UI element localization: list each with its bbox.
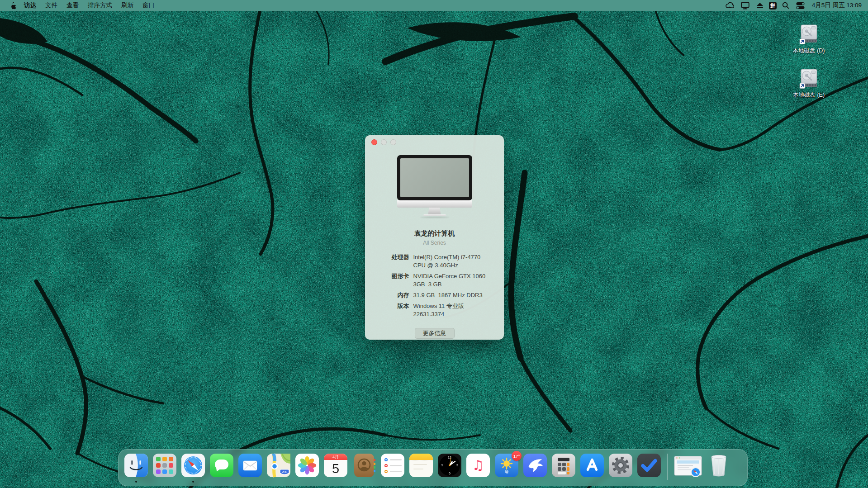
dock-separator: [667, 454, 668, 480]
cloud-icon[interactable]: [724, 0, 735, 11]
window-controls: [371, 139, 396, 145]
todo-check-icon: [637, 454, 661, 477]
close-button[interactable]: [371, 139, 377, 145]
menu-view[interactable]: 查看: [62, 0, 83, 11]
eject-icon[interactable]: [755, 0, 765, 11]
menubar-clock[interactable]: 4月5日 周五 13:09: [810, 1, 862, 9]
spec-row-version: 版本 Windows 11 专业版 22631.3374: [373, 302, 496, 318]
dock-clock[interactable]: 12 3 6 9: [438, 454, 461, 477]
thunder-bird-icon: [523, 454, 547, 477]
more-info-button[interactable]: 更多信息: [415, 328, 455, 339]
menu-bar-left: 访达 文件 查看 排序方式 刷新 窗口: [0, 0, 159, 11]
desktop-shortcut-disk-e[interactable]: 本地磁盘 (E): [783, 68, 835, 99]
calendar-day: 5: [324, 460, 347, 477]
dock-safari[interactable]: [181, 454, 205, 477]
route-shield: 280: [280, 469, 289, 474]
dock-calendar[interactable]: 4月 5: [324, 454, 347, 477]
input-method-badge[interactable]: 拼: [769, 2, 777, 9]
dock-messages[interactable]: [210, 454, 233, 477]
dock-reminders[interactable]: [381, 454, 404, 477]
dock-settings[interactable]: [609, 454, 632, 477]
safari-badge-icon: [691, 467, 701, 477]
contacts-icon: [352, 454, 376, 477]
dock-trash[interactable]: [708, 454, 730, 477]
search-icon[interactable]: [781, 0, 791, 11]
launchpad-icon: [153, 454, 176, 477]
notes-icon: [409, 454, 433, 477]
svg-text:280: 280: [282, 470, 287, 474]
calendar-icon: 4月 5: [324, 454, 347, 477]
spec-value: NVIDIA GeForce GTX 1060 3GB 3 GB: [413, 272, 493, 289]
safari-icon: [181, 454, 205, 477]
dock-maps[interactable]: 280: [267, 454, 290, 477]
shortcut-arrow-overlay: [800, 39, 805, 44]
clock-icon: 12 3 6 9: [438, 454, 461, 477]
menu-refresh[interactable]: 刷新: [117, 0, 138, 11]
menu-sort[interactable]: 排序方式: [83, 0, 117, 11]
spec-row-graphics: 图形卡 NVIDIA GeForce GTX 1060 3GB 3 GB: [373, 272, 496, 289]
dock-minimized-safari-window[interactable]: [674, 455, 703, 479]
spec-label: 版本: [373, 302, 409, 318]
minimized-window-thumbnail: [674, 455, 703, 479]
weather-condition: 晴: [495, 469, 518, 475]
spec-list: 处理器 Intel(R) Core(TM) i7-4770 CPU @ 3.40…: [373, 253, 496, 318]
weather-icon: 晴 17°: [495, 454, 518, 477]
imac-illustration: [397, 155, 472, 218]
settings-gear-icon: [609, 454, 632, 477]
dock-app-store[interactable]: [580, 454, 604, 477]
dock-launchpad[interactable]: [153, 454, 176, 477]
menu-bar: 访达 文件 查看 排序方式 刷新 窗口 拼: [0, 0, 868, 11]
dock-contacts[interactable]: [352, 454, 376, 477]
menu-file[interactable]: 文件: [41, 0, 62, 11]
apple-menu-icon[interactable]: [6, 1, 19, 9]
spec-value: Windows 11 专业版 22631.3374: [413, 302, 493, 318]
dock-finder[interactable]: [124, 454, 148, 477]
spec-row-memory: 内存 31.9 GB 1867 MHz DDR3: [373, 291, 496, 299]
hard-disk-icon: [799, 24, 818, 45]
dock-weather[interactable]: 晴 17°: [495, 454, 518, 477]
photos-icon: [295, 454, 319, 477]
shortcut-label: 本地磁盘 (D): [793, 47, 825, 55]
dock-thunder[interactable]: [523, 454, 547, 477]
calendar-month: 4月: [324, 454, 347, 460]
running-indicator: [135, 481, 137, 483]
calculator-icon: [552, 454, 575, 477]
running-indicator: [192, 481, 194, 483]
menu-finder[interactable]: 访达: [19, 0, 41, 11]
spec-value: 31.9 GB 1867 MHz DDR3: [413, 291, 493, 299]
model-series: All Series: [365, 240, 504, 246]
messages-icon: [210, 454, 233, 477]
minimize-button[interactable]: [381, 139, 387, 145]
weather-badge: 17°: [512, 451, 522, 461]
desktop-shortcut-disk-d[interactable]: 本地磁盘 (D): [783, 24, 835, 55]
about-dialog: 袁龙的计算机 All Series 处理器 Intel(R) Core(TM) …: [365, 135, 504, 340]
reminders-icon: [381, 454, 404, 477]
dock-notes[interactable]: [409, 454, 433, 477]
zoom-button[interactable]: [390, 139, 396, 145]
app-store-icon: [580, 454, 604, 477]
hard-disk-icon: [799, 68, 818, 89]
dock-todo[interactable]: [637, 454, 661, 477]
dock-mail[interactable]: [238, 454, 262, 477]
mail-icon: [238, 454, 262, 477]
dock: 280 4月 5: [118, 449, 748, 486]
dock-calculator[interactable]: [552, 454, 575, 477]
spec-value: Intel(R) Core(TM) i7-4770 CPU @ 3.40GHz: [413, 253, 493, 270]
display-icon[interactable]: [740, 0, 751, 11]
menu-window[interactable]: 窗口: [138, 0, 159, 11]
spec-label: 图形卡: [373, 272, 409, 289]
maps-icon: 280: [267, 454, 290, 477]
music-icon: ♫: [466, 454, 490, 477]
spec-row-processor: 处理器 Intel(R) Core(TM) i7-4770 CPU @ 3.40…: [373, 253, 496, 270]
spec-label: 处理器: [373, 253, 409, 270]
computer-name: 袁龙的计算机: [365, 229, 504, 238]
spec-label: 内存: [373, 291, 409, 299]
finder-icon: [124, 454, 148, 477]
dock-music[interactable]: ♫: [466, 454, 490, 477]
shortcut-label: 本地磁盘 (E): [793, 91, 825, 99]
shortcut-arrow-overlay: [800, 83, 805, 89]
menu-bar-right: 拼 4月5日 周五 13:09: [724, 0, 868, 11]
dock-photos[interactable]: [295, 454, 319, 477]
trash-icon: [708, 454, 730, 477]
control-center-icon[interactable]: [795, 0, 806, 11]
